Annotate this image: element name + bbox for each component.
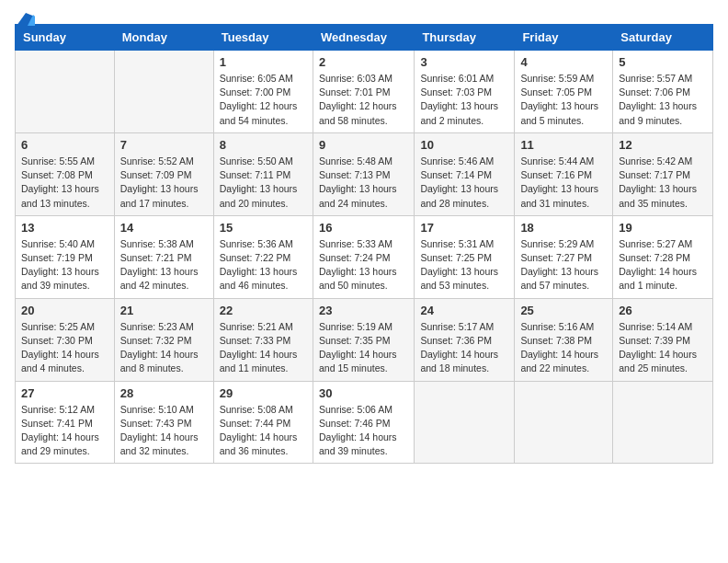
- day-cell: 22Sunrise: 5:21 AM Sunset: 7:33 PM Dayli…: [213, 298, 313, 381]
- day-info: Sunrise: 5:29 AM Sunset: 7:27 PM Dayligh…: [520, 237, 607, 293]
- calendar: SundayMondayTuesdayWednesdayThursdayFrid…: [15, 24, 713, 464]
- day-number: 22: [220, 304, 307, 317]
- day-number: 17: [420, 221, 508, 235]
- day-cell: 12Sunrise: 5:42 AM Sunset: 7:17 PM Dayli…: [613, 132, 713, 215]
- day-cell: 1Sunrise: 6:05 AM Sunset: 7:00 PM Daylig…: [213, 51, 313, 133]
- day-info: Sunrise: 5:44 AM Sunset: 7:16 PM Dayligh…: [520, 155, 607, 211]
- day-info: Sunrise: 5:50 AM Sunset: 7:11 PM Dayligh…: [220, 155, 307, 211]
- day-cell: 18Sunrise: 5:29 AM Sunset: 7:27 PM Dayli…: [515, 215, 613, 298]
- week-row-5: 27Sunrise: 5:12 AM Sunset: 7:41 PM Dayli…: [16, 381, 713, 464]
- day-number: 16: [319, 221, 408, 235]
- day-cell: 4Sunrise: 5:59 AM Sunset: 7:05 PM Daylig…: [515, 51, 613, 133]
- day-info: Sunrise: 5:52 AM Sunset: 7:09 PM Dayligh…: [120, 155, 208, 211]
- logo-icon: [17, 13, 35, 26]
- day-info: Sunrise: 5:21 AM Sunset: 7:33 PM Dayligh…: [220, 320, 307, 376]
- header-tuesday: Tuesday: [213, 25, 313, 51]
- day-info: Sunrise: 5:46 AM Sunset: 7:14 PM Dayligh…: [420, 155, 508, 211]
- day-number: 18: [520, 221, 607, 235]
- day-info: Sunrise: 5:57 AM Sunset: 7:06 PM Dayligh…: [619, 72, 707, 128]
- day-cell: 3Sunrise: 6:01 AM Sunset: 7:03 PM Daylig…: [415, 51, 515, 133]
- header-saturday: Saturday: [613, 25, 713, 51]
- day-cell: [415, 381, 515, 464]
- header-sunday: Sunday: [16, 25, 115, 51]
- day-cell: 26Sunrise: 5:14 AM Sunset: 7:39 PM Dayli…: [613, 298, 713, 381]
- day-cell: [613, 381, 713, 464]
- day-number: 21: [120, 304, 208, 317]
- day-number: 4: [520, 55, 607, 69]
- day-info: Sunrise: 5:59 AM Sunset: 7:05 PM Dayligh…: [520, 72, 607, 128]
- day-number: 14: [120, 221, 208, 235]
- header-thursday: Thursday: [415, 25, 515, 51]
- day-cell: 17Sunrise: 5:31 AM Sunset: 7:25 PM Dayli…: [415, 215, 515, 298]
- day-info: Sunrise: 5:25 AM Sunset: 7:30 PM Dayligh…: [21, 320, 108, 376]
- day-number: 25: [520, 304, 607, 317]
- day-number: 7: [120, 138, 208, 152]
- week-row-3: 13Sunrise: 5:40 AM Sunset: 7:19 PM Dayli…: [16, 215, 713, 298]
- day-cell: 15Sunrise: 5:36 AM Sunset: 7:22 PM Dayli…: [213, 215, 313, 298]
- day-cell: 29Sunrise: 5:08 AM Sunset: 7:44 PM Dayli…: [213, 381, 313, 464]
- day-cell: 5Sunrise: 5:57 AM Sunset: 7:06 PM Daylig…: [613, 51, 713, 133]
- day-cell: 7Sunrise: 5:52 AM Sunset: 7:09 PM Daylig…: [114, 132, 213, 215]
- header-monday: Monday: [114, 25, 213, 51]
- day-cell: 19Sunrise: 5:27 AM Sunset: 7:28 PM Dayli…: [613, 215, 713, 298]
- day-cell: 11Sunrise: 5:44 AM Sunset: 7:16 PM Dayli…: [515, 132, 613, 215]
- day-info: Sunrise: 5:40 AM Sunset: 7:19 PM Dayligh…: [21, 237, 108, 293]
- day-number: 9: [319, 138, 408, 152]
- day-info: Sunrise: 5:23 AM Sunset: 7:32 PM Dayligh…: [120, 320, 208, 376]
- day-cell: 13Sunrise: 5:40 AM Sunset: 7:19 PM Dayli…: [16, 215, 115, 298]
- day-cell: 2Sunrise: 6:03 AM Sunset: 7:01 PM Daylig…: [313, 51, 414, 133]
- day-cell: 27Sunrise: 5:12 AM Sunset: 7:41 PM Dayli…: [16, 381, 115, 464]
- day-info: Sunrise: 5:06 AM Sunset: 7:46 PM Dayligh…: [319, 403, 408, 459]
- day-cell: 10Sunrise: 5:46 AM Sunset: 7:14 PM Dayli…: [415, 132, 515, 215]
- day-info: Sunrise: 6:05 AM Sunset: 7:00 PM Dayligh…: [220, 72, 307, 128]
- day-cell: [16, 51, 115, 133]
- day-cell: 8Sunrise: 5:50 AM Sunset: 7:11 PM Daylig…: [213, 132, 313, 215]
- day-number: 1: [220, 55, 307, 69]
- day-number: 23: [319, 304, 408, 317]
- day-info: Sunrise: 6:01 AM Sunset: 7:03 PM Dayligh…: [420, 72, 508, 128]
- day-number: 12: [619, 138, 707, 152]
- day-info: Sunrise: 5:16 AM Sunset: 7:38 PM Dayligh…: [520, 320, 607, 376]
- day-number: 29: [220, 386, 307, 400]
- day-cell: 28Sunrise: 5:10 AM Sunset: 7:43 PM Dayli…: [114, 381, 213, 464]
- day-cell: 20Sunrise: 5:25 AM Sunset: 7:30 PM Dayli…: [16, 298, 115, 381]
- day-info: Sunrise: 5:14 AM Sunset: 7:39 PM Dayligh…: [619, 320, 707, 376]
- week-row-2: 6Sunrise: 5:55 AM Sunset: 7:08 PM Daylig…: [16, 132, 713, 215]
- day-info: Sunrise: 5:38 AM Sunset: 7:21 PM Dayligh…: [120, 237, 208, 293]
- day-number: 27: [21, 386, 108, 400]
- day-number: 10: [420, 138, 508, 152]
- day-info: Sunrise: 5:31 AM Sunset: 7:25 PM Dayligh…: [420, 237, 508, 293]
- day-cell: 25Sunrise: 5:16 AM Sunset: 7:38 PM Dayli…: [515, 298, 613, 381]
- day-cell: 30Sunrise: 5:06 AM Sunset: 7:46 PM Dayli…: [313, 381, 414, 464]
- day-cell: [114, 51, 213, 133]
- day-cell: 9Sunrise: 5:48 AM Sunset: 7:13 PM Daylig…: [313, 132, 414, 215]
- day-number: 19: [619, 221, 707, 235]
- week-row-4: 20Sunrise: 5:25 AM Sunset: 7:30 PM Dayli…: [16, 298, 713, 381]
- day-info: Sunrise: 5:36 AM Sunset: 7:22 PM Dayligh…: [220, 237, 307, 293]
- day-info: Sunrise: 5:55 AM Sunset: 7:08 PM Dayligh…: [21, 155, 108, 211]
- day-cell: [515, 381, 613, 464]
- day-number: 20: [21, 304, 108, 317]
- week-row-1: 1Sunrise: 6:05 AM Sunset: 7:00 PM Daylig…: [16, 51, 713, 133]
- day-number: 6: [21, 138, 108, 152]
- day-cell: 24Sunrise: 5:17 AM Sunset: 7:36 PM Dayli…: [415, 298, 515, 381]
- day-info: Sunrise: 5:48 AM Sunset: 7:13 PM Dayligh…: [319, 155, 408, 211]
- day-cell: 16Sunrise: 5:33 AM Sunset: 7:24 PM Dayli…: [313, 215, 414, 298]
- day-info: Sunrise: 5:19 AM Sunset: 7:35 PM Dayligh…: [319, 320, 408, 376]
- day-cell: 6Sunrise: 5:55 AM Sunset: 7:08 PM Daylig…: [16, 132, 115, 215]
- day-number: 26: [619, 304, 707, 317]
- header-wednesday: Wednesday: [313, 25, 414, 51]
- day-cell: 21Sunrise: 5:23 AM Sunset: 7:32 PM Dayli…: [114, 298, 213, 381]
- day-info: Sunrise: 5:42 AM Sunset: 7:17 PM Dayligh…: [619, 155, 707, 211]
- day-info: Sunrise: 6:03 AM Sunset: 7:01 PM Dayligh…: [319, 72, 408, 128]
- day-info: Sunrise: 5:27 AM Sunset: 7:28 PM Dayligh…: [619, 237, 707, 293]
- day-info: Sunrise: 5:33 AM Sunset: 7:24 PM Dayligh…: [319, 237, 408, 293]
- day-cell: 23Sunrise: 5:19 AM Sunset: 7:35 PM Dayli…: [313, 298, 414, 381]
- day-number: 8: [220, 138, 307, 152]
- day-number: 11: [520, 138, 607, 152]
- day-cell: 14Sunrise: 5:38 AM Sunset: 7:21 PM Dayli…: [114, 215, 213, 298]
- day-info: Sunrise: 5:08 AM Sunset: 7:44 PM Dayligh…: [220, 403, 307, 459]
- day-number: 24: [420, 304, 508, 317]
- day-number: 2: [319, 55, 408, 69]
- day-info: Sunrise: 5:17 AM Sunset: 7:36 PM Dayligh…: [420, 320, 508, 376]
